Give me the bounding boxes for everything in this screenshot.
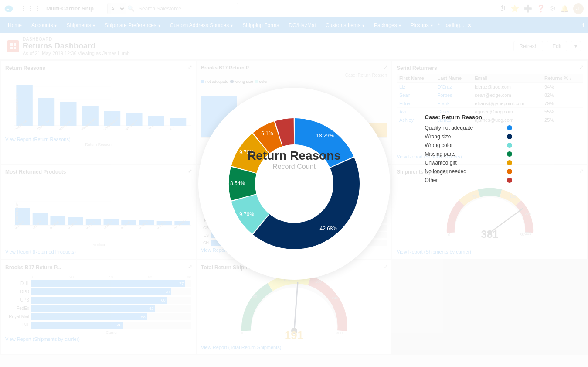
legend-item: Quality not adequate	[425, 125, 512, 131]
donut-label: 6.1%	[261, 130, 273, 136]
donut-subtitle: Record Count	[247, 163, 341, 171]
legend-item: Wrong color	[425, 142, 512, 148]
donut-label: 42.68%	[319, 225, 337, 231]
legend-label: Wrong color	[425, 142, 503, 148]
legend-item: No longer needed	[425, 168, 512, 175]
donut-svg: 18.29%42.68%9.76%8.54%9.76%6.1%	[207, 96, 381, 271]
donut-segment-1	[253, 157, 359, 249]
legend-dot	[507, 134, 512, 139]
legend-dot	[507, 160, 512, 165]
legend-item: Unwanted gift	[425, 160, 512, 166]
donut-label: 18.29%	[316, 133, 334, 139]
legend-label: Unwanted gift	[425, 160, 503, 166]
donut-circle: 18.29%42.68%9.76%8.54%9.76%6.1% Return R…	[198, 88, 390, 280]
legend-dot	[507, 125, 512, 130]
donut-overlay[interactable]: 18.29%42.68%9.76%8.54%9.76%6.1% Return R…	[0, 0, 588, 355]
legend-dot	[507, 178, 512, 183]
legend-item: Wrong size	[425, 134, 512, 140]
legend-dot	[507, 143, 512, 148]
legend-label: Missing parts	[425, 151, 503, 157]
donut-legend-title: Case: Return Reason	[425, 114, 512, 120]
donut-legend-items: Quality not adequate Wrong size Wrong co…	[425, 125, 512, 183]
legend-item: Missing parts	[425, 151, 512, 157]
donut-legend: Case: Return Reason Quality not adequate…	[425, 114, 512, 186]
donut-container: 18.29%42.68%9.76%8.54%9.76%6.1% Return R…	[198, 88, 390, 280]
legend-dot	[507, 169, 512, 174]
donut-center-label: Return Reasons Record Count	[247, 149, 341, 171]
legend-label: Other	[425, 177, 503, 183]
donut-label: 8.54%	[230, 180, 245, 186]
donut-title: Return Reasons	[247, 149, 341, 163]
donut-label: 9.76%	[239, 211, 254, 217]
legend-item: Other	[425, 177, 512, 183]
legend-label: Quality not adequate	[425, 125, 503, 131]
legend-dot	[507, 151, 512, 157]
legend-label: Wrong size	[425, 134, 503, 140]
legend-label: No longer needed	[425, 168, 503, 175]
